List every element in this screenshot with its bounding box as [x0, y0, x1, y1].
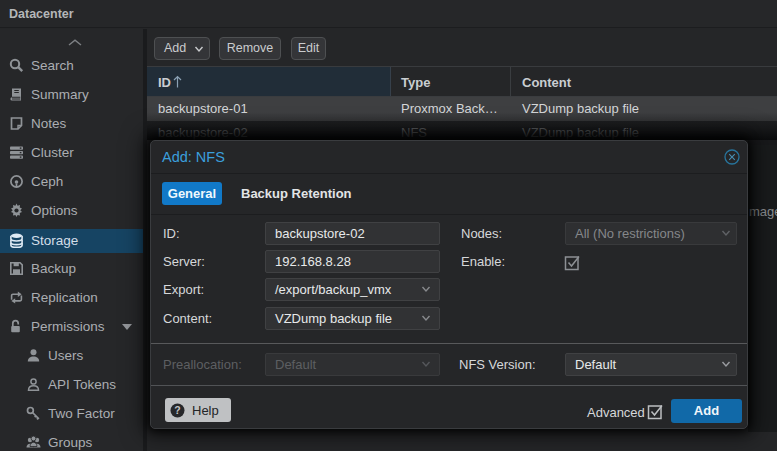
- svg-text:?: ?: [174, 404, 180, 416]
